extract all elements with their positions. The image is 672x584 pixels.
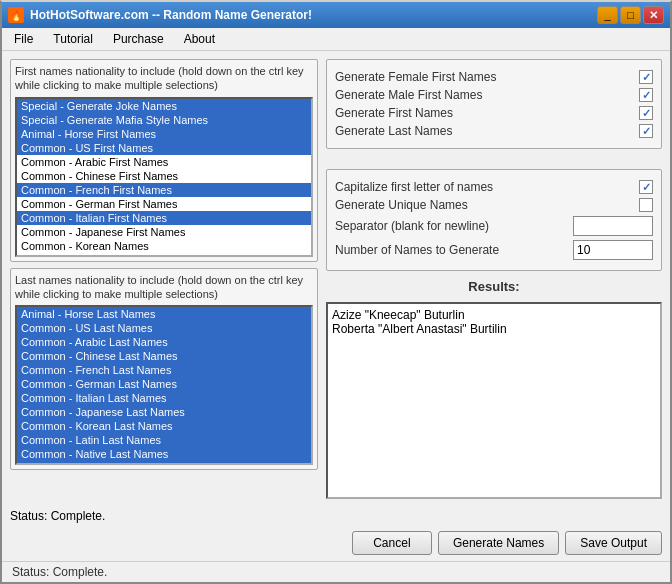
- last-names-listbox-container: Animal - Horse Last NamesCommon - US Las…: [15, 305, 313, 465]
- list-item[interactable]: Common - Latin Last Names: [17, 433, 311, 447]
- options-group: Capitalize first letter of namesGenerate…: [326, 169, 662, 271]
- checkbox-label: Generate Last Names: [335, 124, 452, 138]
- list-item[interactable]: Common - French Last Names: [17, 363, 311, 377]
- first-names-label: First names nationality to include (hold…: [15, 64, 313, 93]
- last-names-group: Last names nationality to include (hold …: [10, 268, 318, 471]
- list-item[interactable]: Animal - Horse First Names: [17, 127, 311, 141]
- option-label: Generate Unique Names: [335, 198, 639, 212]
- generate-options-group: Generate Female First NamesGenerate Male…: [326, 59, 662, 149]
- list-item[interactable]: Animal - Horse Last Names: [17, 307, 311, 321]
- menu-file[interactable]: File: [6, 30, 41, 48]
- list-item[interactable]: Common - Chinese First Names: [17, 169, 311, 183]
- last-names-listbox[interactable]: Animal - Horse Last NamesCommon - US Las…: [15, 305, 313, 465]
- main-content: First names nationality to include (hold…: [2, 51, 670, 507]
- title-bar: 🔥 HotHotSoftware.com -- Random Name Gene…: [2, 2, 670, 28]
- checkbox-label: Generate Male First Names: [335, 88, 482, 102]
- bottom-buttons: Cancel Generate Names Save Output: [2, 525, 670, 561]
- maximize-button[interactable]: □: [620, 6, 641, 24]
- checkbox[interactable]: [639, 70, 653, 84]
- list-item[interactable]: Common - Italian Last Names: [17, 391, 311, 405]
- first-names-listbox[interactable]: Special - Generate Joke NamesSpecial - G…: [15, 97, 313, 257]
- list-item[interactable]: Common - Arabic Last Names: [17, 335, 311, 349]
- list-item[interactable]: Special - Generate Joke Names: [17, 99, 311, 113]
- list-item[interactable]: Common - Chinese Last Names: [17, 349, 311, 363]
- list-item[interactable]: Common - Polish Last Names: [17, 461, 311, 465]
- menu-about[interactable]: About: [176, 30, 223, 48]
- list-item[interactable]: Special - Generate Mafia Style Names: [17, 113, 311, 127]
- close-button[interactable]: ✕: [643, 6, 664, 24]
- option-label: Capitalize first letter of names: [335, 180, 639, 194]
- first-names-group: First names nationality to include (hold…: [10, 59, 318, 262]
- checkbox-row: Generate Last Names: [335, 122, 653, 140]
- status-message: Status: Complete.: [12, 565, 107, 579]
- menubar: File Tutorial Purchase About: [2, 28, 670, 51]
- right-panel: Generate Female First NamesGenerate Male…: [326, 59, 662, 499]
- menu-purchase[interactable]: Purchase: [105, 30, 172, 48]
- title-bar-left: 🔥 HotHotSoftware.com -- Random Name Gene…: [8, 7, 312, 23]
- list-item[interactable]: Common - US First Names: [17, 141, 311, 155]
- generate-button[interactable]: Generate Names: [438, 531, 559, 555]
- list-item[interactable]: Common - Latin Names: [17, 253, 311, 257]
- list-item[interactable]: Common - Japanese First Names: [17, 225, 311, 239]
- bottom-bar: Status: Complete.: [2, 507, 670, 525]
- checkbox[interactable]: [639, 124, 653, 138]
- list-item[interactable]: Common - US Last Names: [17, 321, 311, 335]
- list-item[interactable]: Common - Japanese Last Names: [17, 405, 311, 419]
- app-icon: 🔥: [8, 7, 24, 23]
- list-item[interactable]: Common - Arabic First Names: [17, 155, 311, 169]
- last-names-label: Last names nationality to include (hold …: [15, 273, 313, 302]
- option-label: Separator (blank for newline): [335, 219, 573, 233]
- results-label: Results:: [326, 277, 662, 296]
- checkbox[interactable]: [639, 106, 653, 120]
- results-box: Azize "Kneecap" Buturlin Roberta "Albert…: [326, 302, 662, 499]
- status-bar: Status: Complete.: [2, 561, 670, 582]
- left-panel: First names nationality to include (hold…: [10, 59, 318, 499]
- option-checkbox[interactable]: [639, 180, 653, 194]
- first-names-listbox-container: Special - Generate Joke NamesSpecial - G…: [15, 97, 313, 257]
- option-row: Generate Unique Names: [335, 196, 653, 214]
- menu-tutorial[interactable]: Tutorial: [45, 30, 101, 48]
- option-input[interactable]: [573, 216, 653, 236]
- list-item[interactable]: Common - Native Last Names: [17, 447, 311, 461]
- window-title: HotHotSoftware.com -- Random Name Genera…: [30, 8, 312, 22]
- checkbox-label: Generate Female First Names: [335, 70, 496, 84]
- option-row: Separator (blank for newline): [335, 214, 653, 238]
- list-item[interactable]: Common - Korean Last Names: [17, 419, 311, 433]
- option-input[interactable]: [573, 240, 653, 260]
- option-row: Number of Names to Generate: [335, 238, 653, 262]
- option-checkbox[interactable]: [639, 198, 653, 212]
- status-text: Status: Complete.: [10, 509, 662, 523]
- list-item[interactable]: Common - German Last Names: [17, 377, 311, 391]
- option-label: Number of Names to Generate: [335, 243, 573, 257]
- checkbox-row: Generate First Names: [335, 104, 653, 122]
- checkbox-label: Generate First Names: [335, 106, 453, 120]
- minimize-button[interactable]: _: [597, 6, 618, 24]
- list-item[interactable]: Common - Italian First Names: [17, 211, 311, 225]
- list-item[interactable]: Common - German First Names: [17, 197, 311, 211]
- main-window: 🔥 HotHotSoftware.com -- Random Name Gene…: [0, 0, 672, 584]
- checkbox-row: Generate Male First Names: [335, 86, 653, 104]
- cancel-button[interactable]: Cancel: [352, 531, 432, 555]
- option-row: Capitalize first letter of names: [335, 178, 653, 196]
- save-output-button[interactable]: Save Output: [565, 531, 662, 555]
- checkbox-row: Generate Female First Names: [335, 68, 653, 86]
- list-item[interactable]: Common - French First Names: [17, 183, 311, 197]
- title-controls: _ □ ✕: [597, 6, 664, 24]
- list-item[interactable]: Common - Korean Names: [17, 239, 311, 253]
- checkbox[interactable]: [639, 88, 653, 102]
